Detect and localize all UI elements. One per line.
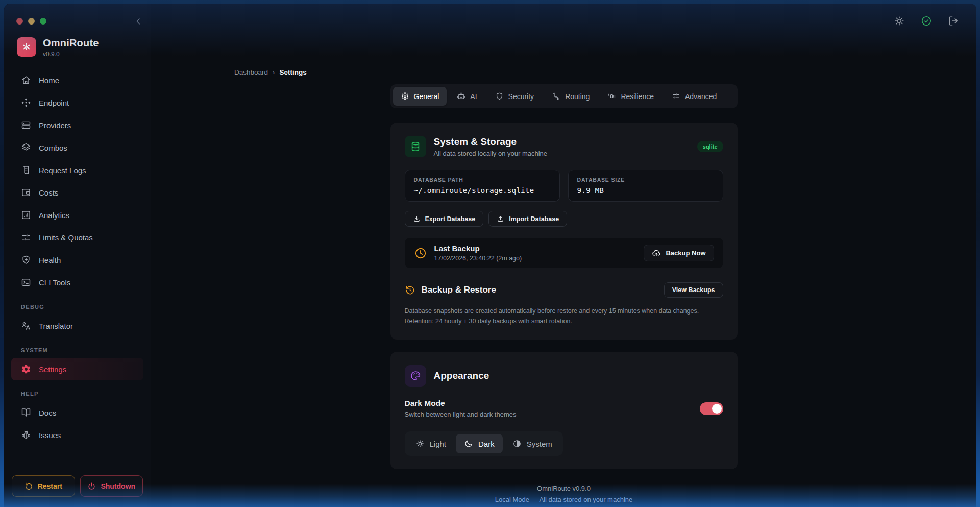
export-database-label: Export Database bbox=[425, 215, 476, 223]
tab-label: Routing bbox=[565, 92, 590, 101]
minimize-window-icon[interactable] bbox=[28, 18, 35, 25]
tab-security[interactable]: Security bbox=[487, 87, 542, 106]
app-window: OmniRoute v0.9.0 Home Endpoint Providers… bbox=[4, 4, 976, 507]
server-icon bbox=[21, 120, 31, 130]
tab-advanced[interactable]: Advanced bbox=[664, 87, 724, 106]
sidebar-item-label: Analytics bbox=[39, 211, 69, 220]
theme-option-label: Light bbox=[430, 440, 447, 448]
database-size-value: 9.9 MB bbox=[577, 186, 714, 195]
sidebar-item-docs[interactable]: Docs bbox=[11, 401, 143, 424]
footer-mode: Local Mode — All data stored on your mac… bbox=[151, 496, 976, 503]
backup-description: Database snapshots are created automatic… bbox=[405, 306, 723, 326]
database-path-box: DATABASE PATH ~/.omniroute/storage.sqlit… bbox=[405, 170, 560, 202]
languages-icon bbox=[21, 321, 31, 331]
sidebar-item-label: Combos bbox=[39, 143, 67, 152]
shield-plus-icon bbox=[21, 255, 31, 265]
export-database-button[interactable]: Export Database bbox=[405, 211, 484, 227]
view-backups-label: View Backups bbox=[672, 286, 715, 294]
restart-label: Restart bbox=[38, 482, 62, 490]
sliders-icon bbox=[21, 232, 31, 243]
theme-system-button[interactable]: System bbox=[504, 434, 560, 453]
sqlite-badge: sqlite bbox=[697, 141, 723, 152]
sidebar-item-label: Endpoint bbox=[39, 99, 69, 107]
app-name: OmniRoute bbox=[43, 37, 99, 49]
sidebar-section-debug: DEBUG bbox=[11, 294, 143, 315]
backup-restore-title: Backup & Restore bbox=[422, 285, 496, 295]
terminal-icon bbox=[21, 277, 31, 287]
tab-ai[interactable]: AI bbox=[449, 87, 484, 106]
sidebar-item-limits-quotas[interactable]: Limits & Quotas bbox=[11, 226, 143, 249]
sidebar-item-label: Issues bbox=[39, 431, 61, 440]
book-icon bbox=[21, 407, 31, 418]
app-brand: OmniRoute v0.9.0 bbox=[17, 37, 151, 58]
theme-dark-button[interactable]: Dark bbox=[456, 434, 503, 453]
app-logo-icon bbox=[17, 37, 36, 57]
status-check-icon[interactable] bbox=[921, 15, 932, 27]
close-window-icon[interactable] bbox=[16, 18, 23, 25]
maximize-window-icon[interactable] bbox=[40, 18, 46, 25]
tab-label: Security bbox=[508, 92, 534, 101]
view-backups-button[interactable]: View Backups bbox=[664, 282, 723, 298]
app-version: v0.9.0 bbox=[43, 51, 99, 58]
sidebar-item-combos[interactable]: Combos bbox=[11, 136, 143, 159]
main-area: Dashboard › Settings General AI Security bbox=[151, 4, 976, 507]
sidebar-item-providers[interactable]: Providers bbox=[11, 114, 143, 136]
sidebar-footer: Restart Shutdown bbox=[4, 467, 151, 507]
tab-resilience[interactable]: Resilience bbox=[600, 87, 662, 106]
system-storage-card: System & Storage All data stored locally… bbox=[390, 123, 738, 340]
logout-icon[interactable] bbox=[948, 15, 959, 27]
sidebar-item-translator[interactable]: Translator bbox=[11, 315, 143, 337]
sidebar-item-costs[interactable]: Costs bbox=[11, 181, 143, 204]
topbar-actions bbox=[894, 15, 959, 27]
toggle-knob bbox=[712, 404, 722, 414]
palette-icon bbox=[405, 365, 426, 387]
footer-version: OmniRoute v0.9.0 bbox=[151, 485, 976, 492]
sidebar-item-home[interactable]: Home bbox=[11, 69, 143, 91]
dark-mode-toggle[interactable] bbox=[700, 402, 723, 415]
appearance-card: Appearance Dark Mode Switch between ligh… bbox=[390, 352, 738, 469]
shield-icon bbox=[495, 92, 504, 101]
import-database-button[interactable]: Import Database bbox=[488, 211, 567, 227]
gear-icon bbox=[401, 92, 409, 101]
sidebar-item-label: Request Logs bbox=[39, 166, 86, 175]
download-icon bbox=[413, 215, 421, 223]
collapse-sidebar-icon[interactable] bbox=[133, 16, 143, 27]
breadcrumb-settings: Settings bbox=[280, 68, 307, 76]
tab-label: Advanced bbox=[685, 92, 717, 101]
card-subtitle: All data stored locally on your machine bbox=[434, 150, 548, 157]
sidebar-item-label: CLI Tools bbox=[39, 278, 70, 287]
sidebar-item-request-logs[interactable]: Request Logs bbox=[11, 159, 143, 181]
theme-option-label: Dark bbox=[478, 440, 495, 448]
last-backup-row: Last Backup 17/02/2026, 23:40:22 (2m ago… bbox=[405, 238, 723, 268]
bug-icon bbox=[21, 430, 31, 440]
restart-icon bbox=[24, 482, 33, 491]
tab-general[interactable]: General bbox=[393, 87, 447, 106]
card-title: Appearance bbox=[434, 370, 489, 381]
sidebar-item-settings[interactable]: Settings bbox=[11, 358, 143, 380]
cloud-upload-icon bbox=[652, 249, 661, 258]
sidebar-item-endpoint[interactable]: Endpoint bbox=[11, 91, 143, 114]
sidebar-item-issues[interactable]: Issues bbox=[11, 424, 143, 446]
tab-routing[interactable]: Routing bbox=[544, 87, 597, 106]
endpoint-icon bbox=[21, 98, 31, 108]
sidebar-item-label: Costs bbox=[39, 188, 58, 197]
sidebar-item-health[interactable]: Health bbox=[11, 249, 143, 271]
theme-sun-icon[interactable] bbox=[894, 15, 905, 27]
layers-icon bbox=[21, 142, 31, 153]
dark-mode-row: Dark Mode Switch between light and dark … bbox=[405, 399, 723, 418]
sidebar-item-cli-tools[interactable]: CLI Tools bbox=[11, 271, 143, 294]
sun-icon bbox=[415, 439, 425, 448]
moon-icon bbox=[464, 439, 473, 448]
database-path-value: ~/.omniroute/storage.sqlite bbox=[414, 186, 551, 195]
last-backup-title: Last Backup bbox=[434, 244, 522, 253]
shutdown-button[interactable]: Shutdown bbox=[80, 475, 143, 497]
restart-button[interactable]: Restart bbox=[12, 475, 75, 497]
theme-light-button[interactable]: Light bbox=[407, 434, 455, 453]
backup-now-button[interactable]: Backup Now bbox=[644, 245, 714, 261]
backup-now-label: Backup Now bbox=[666, 249, 705, 257]
breadcrumb: Dashboard › Settings bbox=[234, 68, 307, 76]
plug-icon bbox=[607, 92, 616, 101]
sidebar-item-label: Docs bbox=[39, 408, 56, 417]
sidebar-item-analytics[interactable]: Analytics bbox=[11, 204, 143, 226]
breadcrumb-dashboard[interactable]: Dashboard bbox=[234, 68, 268, 76]
